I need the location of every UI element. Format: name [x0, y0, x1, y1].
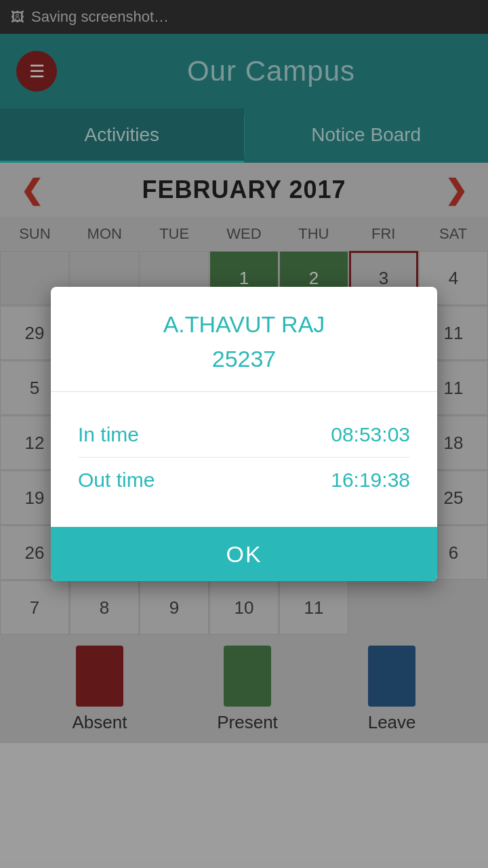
in-time-value: 08:53:03	[331, 423, 410, 446]
dialog: A.THAVUT RAJ 25237 In time 08:53:03 Out …	[51, 287, 437, 581]
in-time-row: In time 08:53:03	[78, 412, 410, 457]
dialog-ok-button[interactable]: OK	[51, 527, 437, 581]
modal-overlay: A.THAVUT RAJ 25237 In time 08:53:03 Out …	[0, 0, 488, 868]
out-time-label: Out time	[78, 469, 155, 492]
dialog-header: A.THAVUT RAJ 25237	[51, 287, 437, 392]
out-time-row: Out time 16:19:38	[78, 458, 410, 502]
in-time-label: In time	[78, 423, 139, 446]
dialog-name: A.THAVUT RAJ	[71, 311, 417, 338]
out-time-value: 16:19:38	[331, 469, 410, 492]
dialog-id: 25237	[71, 346, 417, 372]
dialog-body: In time 08:53:03 Out time 16:19:38	[51, 392, 437, 527]
